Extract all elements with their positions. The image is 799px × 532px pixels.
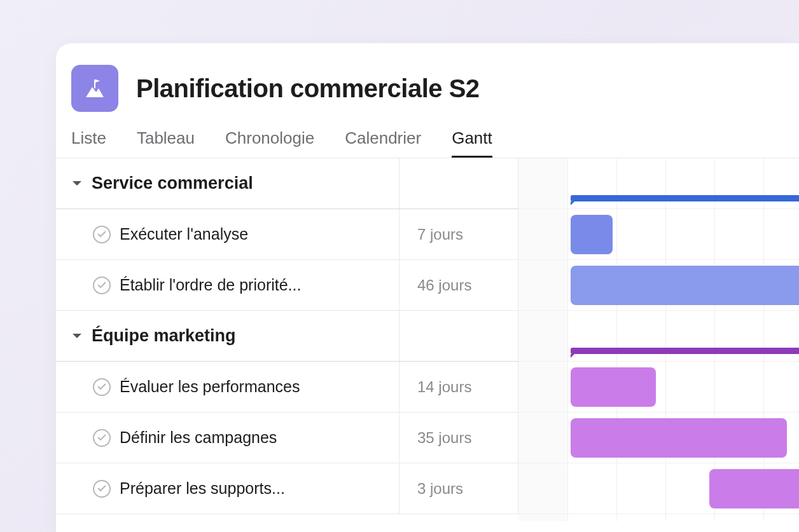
task-name-cell: Évaluer les performances	[56, 362, 400, 412]
caret-down-icon[interactable]	[71, 333, 83, 339]
task-row[interactable]: Établir l'ordre de priorité... 46 jours	[56, 260, 518, 311]
gantt-task-row	[518, 209, 799, 260]
duration-cell: 46 jours	[400, 260, 518, 310]
task-name-cell: Définir les campagnes	[56, 413, 400, 463]
gantt-timeline-panel[interactable]	[518, 158, 799, 521]
mountain-flag-icon	[82, 76, 108, 101]
section-name-cell: Service commercial	[56, 158, 400, 208]
gantt-content: Service commercial Exécuter l'analyse 7 …	[56, 158, 799, 521]
gantt-section-bar[interactable]	[571, 195, 799, 201]
tab-tableau[interactable]: Tableau	[137, 128, 195, 158]
task-row[interactable]: Préparer les supports... 3 jours	[56, 463, 518, 514]
section-name-label: Service commercial	[92, 174, 253, 193]
duration-cell	[400, 311, 518, 361]
check-circle-icon[interactable]	[93, 480, 111, 498]
section-name-label: Équipe marketing	[92, 326, 236, 346]
gantt-task-row	[518, 463, 799, 514]
gantt-task-bar[interactable]	[571, 367, 656, 407]
gantt-task-row	[518, 413, 799, 463]
project-title: Planification commerciale S2	[136, 74, 480, 103]
check-circle-icon[interactable]	[93, 429, 111, 447]
section-name-cell: Équipe marketing	[56, 311, 400, 361]
task-name-cell: Exécuter l'analyse	[56, 209, 400, 259]
svg-rect-0	[94, 79, 95, 88]
gantt-section-bar[interactable]	[571, 348, 799, 354]
section-row[interactable]: Service commercial	[56, 158, 518, 209]
task-name-cell: Établir l'ordre de priorité...	[56, 260, 400, 310]
gantt-section-row	[518, 311, 799, 362]
duration-cell	[400, 158, 518, 208]
gantt-task-bar[interactable]	[571, 418, 787, 458]
gantt-section-row	[518, 158, 799, 209]
duration-cell: 14 jours	[400, 362, 518, 412]
task-row[interactable]: Exécuter l'analyse 7 jours	[56, 209, 518, 260]
gantt-task-row	[518, 260, 799, 311]
duration-cell: 3 jours	[400, 463, 518, 514]
task-list-panel: Service commercial Exécuter l'analyse 7 …	[56, 158, 518, 521]
project-card: Planification commerciale S2 Liste Table…	[56, 43, 799, 532]
gantt-task-bar[interactable]	[571, 215, 613, 254]
check-circle-icon[interactable]	[93, 378, 111, 396]
task-row[interactable]: Définir les campagnes 35 jours	[56, 413, 518, 463]
gantt-task-bar[interactable]	[571, 266, 799, 305]
tab-gantt[interactable]: Gantt	[452, 128, 492, 158]
task-name-label: Définir les campagnes	[120, 428, 277, 447]
duration-cell: 35 jours	[400, 413, 518, 463]
tab-calendrier[interactable]: Calendrier	[345, 128, 421, 158]
project-icon[interactable]	[71, 65, 118, 112]
tab-liste[interactable]: Liste	[71, 128, 106, 158]
duration-cell: 7 jours	[400, 209, 518, 259]
section-row[interactable]: Équipe marketing	[56, 311, 518, 362]
task-name-label: Évaluer les performances	[120, 378, 300, 396]
task-name-label: Exécuter l'analyse	[120, 225, 248, 243]
task-row[interactable]: Évaluer les performances 14 jours	[56, 362, 518, 413]
check-circle-icon[interactable]	[93, 226, 111, 243]
tab-chronologie[interactable]: Chronologie	[225, 128, 314, 158]
gantt-task-row	[518, 362, 799, 413]
task-name-label: Préparer les supports...	[120, 479, 285, 498]
gantt-task-bar[interactable]	[709, 469, 799, 508]
project-header: Planification commerciale S2	[56, 43, 799, 112]
task-name-label: Établir l'ordre de priorité...	[120, 276, 301, 294]
caret-down-icon[interactable]	[71, 181, 83, 187]
check-circle-icon[interactable]	[93, 276, 111, 294]
view-tabs: Liste Tableau Chronologie Calendrier Gan…	[56, 112, 799, 158]
task-name-cell: Préparer les supports...	[56, 463, 400, 514]
